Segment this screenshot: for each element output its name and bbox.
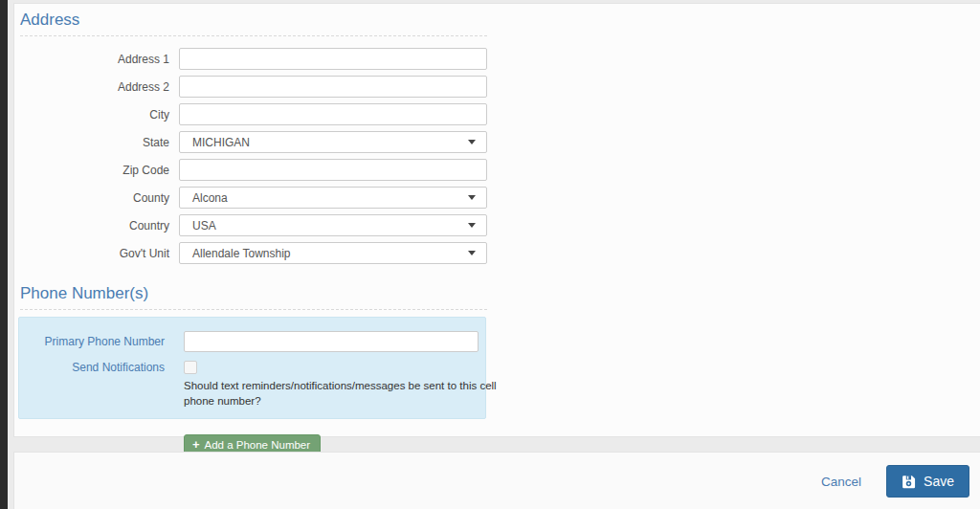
- floppy-disk-icon: [902, 475, 916, 489]
- address2-input[interactable]: [179, 76, 487, 98]
- form-row-city: City: [20, 103, 980, 125]
- chevron-down-icon: [468, 140, 476, 144]
- address1-input[interactable]: [179, 48, 487, 70]
- govt-unit-select[interactable]: Allendale Township: [179, 242, 487, 264]
- form-row-zipcode: Zip Code: [20, 159, 980, 181]
- send-notifications-label: Send Notifications: [19, 361, 165, 374]
- form-row-county: County Alcona: [20, 187, 980, 209]
- address-form: Address 1 Address 2 City State MICHIGAN …: [20, 48, 980, 264]
- country-select-value: USA: [192, 219, 216, 232]
- form-row-address1: Address 1: [20, 48, 980, 70]
- chevron-down-icon: [468, 223, 476, 228]
- primary-phone-input[interactable]: [184, 331, 479, 352]
- address2-label: Address 2: [20, 80, 169, 94]
- county-select[interactable]: Alcona: [179, 187, 487, 209]
- form-row-govt-unit: Gov't Unit Allendale Township: [20, 242, 980, 264]
- primary-phone-label: Primary Phone Number: [19, 335, 165, 348]
- state-select[interactable]: MICHIGAN: [179, 131, 487, 153]
- address-section-title: Address: [20, 4, 487, 36]
- send-notifications-help-text: Should text reminders/notifications/mess…: [184, 378, 500, 409]
- county-select-value: Alcona: [192, 191, 228, 205]
- plus-icon: +: [192, 438, 200, 451]
- chevron-down-icon: [468, 251, 476, 255]
- action-footer: Cancel Save: [13, 452, 980, 509]
- govt-unit-select-value: Allendale Township: [192, 247, 291, 260]
- save-button-label: Save: [924, 474, 954, 489]
- form-row-state: State MICHIGAN: [20, 131, 980, 153]
- address1-label: Address 1: [20, 53, 169, 66]
- phone-section-title: Phone Number(s): [20, 277, 487, 310]
- country-select[interactable]: USA: [179, 214, 487, 236]
- phone-panel: Primary Phone Number Send Notifications …: [18, 317, 486, 419]
- collapsed-sidebar-strip: [0, 0, 8, 509]
- state-label: State: [20, 136, 169, 149]
- govt-unit-label: Gov't Unit: [20, 247, 169, 260]
- save-button[interactable]: Save: [886, 465, 969, 498]
- chevron-down-icon: [468, 195, 476, 200]
- country-label: Country: [20, 219, 169, 232]
- form-card: Address Address 1 Address 2 City State M…: [13, 3, 980, 437]
- add-phone-number-label: Add a Phone Number: [204, 439, 310, 451]
- form-row-country: Country USA: [20, 214, 980, 236]
- county-label: County: [20, 191, 169, 205]
- city-input[interactable]: [179, 103, 487, 125]
- send-notifications-checkbox[interactable]: [184, 361, 197, 374]
- form-row-address2: Address 2: [20, 76, 980, 98]
- cancel-link[interactable]: Cancel: [821, 475, 861, 489]
- zipcode-label: Zip Code: [20, 164, 169, 177]
- city-label: City: [20, 108, 169, 122]
- primary-phone-row: Primary Phone Number: [19, 331, 485, 352]
- zipcode-input[interactable]: [179, 159, 487, 181]
- state-select-value: MICHIGAN: [192, 136, 250, 149]
- send-notifications-row: Send Notifications: [19, 361, 485, 374]
